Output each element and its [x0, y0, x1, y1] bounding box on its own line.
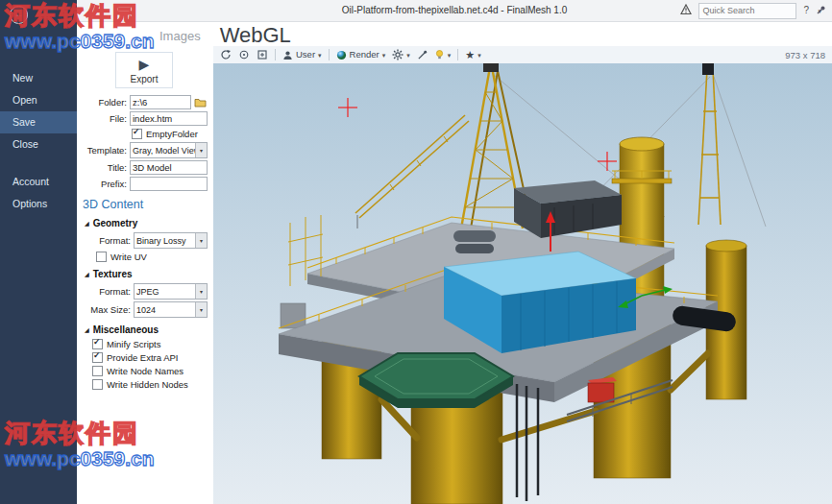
node-names-label: Write Node Names — [107, 366, 184, 376]
file-input[interactable] — [130, 111, 208, 126]
title-bar: Oil-Platform-from-thepixellab.net.c4d - … — [77, 0, 832, 22]
emptyfolder-checkbox[interactable] — [132, 129, 142, 139]
help-icon[interactable]: ? — [803, 6, 809, 15]
geometry-format-value: Binary Lossy — [135, 236, 195, 246]
maxsize-label: Max Size: — [86, 304, 131, 315]
textures-format-label: Format: — [86, 286, 131, 297]
minify-scripts-checkbox[interactable] — [92, 339, 103, 349]
geometry-format-select[interactable]: Binary Lossy ▾ — [134, 232, 208, 249]
emptyfolder-row: EmptyFolder — [132, 129, 208, 139]
back-arrow-icon: ← — [14, 9, 24, 19]
hidden-nodes-label: Write Hidden Nodes — [107, 379, 188, 390]
chevron-down-icon[interactable]: ▾ — [195, 143, 207, 157]
chevron-down-icon: ▾ — [477, 52, 481, 59]
section-miscellaneous[interactable]: ◢ Miscellaneous — [85, 324, 208, 335]
export-button[interactable]: ▶ Export — [115, 52, 173, 88]
title-label: Title: — [83, 162, 127, 173]
favorites-menu-button[interactable]: ★ ▾ — [465, 50, 480, 60]
chevron-down-icon: ▾ — [406, 52, 410, 59]
pin-icon[interactable] — [816, 2, 826, 19]
picker-button[interactable] — [417, 50, 428, 60]
user-menu-button[interactable]: User ▾ — [282, 50, 322, 60]
textures-format-select[interactable]: JPEG ▾ — [134, 283, 208, 300]
orbit-button[interactable] — [220, 49, 232, 60]
chevron-down-icon[interactable]: ▾ — [195, 284, 207, 299]
fit-view-button[interactable] — [257, 49, 268, 60]
prefix-input[interactable] — [130, 177, 208, 191]
template-select[interactable]: Gray, Model Views ▾ — [130, 142, 208, 158]
extra-api-checkbox[interactable] — [92, 352, 103, 363]
tab-images[interactable]: Images — [159, 29, 201, 46]
chevron-down-icon: ▾ — [448, 52, 452, 59]
render-menu-label: Render — [350, 50, 379, 60]
tab-webgl[interactable]: WebGL — [220, 25, 291, 46]
orbit-icon — [220, 49, 232, 60]
gear-icon — [392, 49, 404, 60]
template-label: Template: — [83, 145, 127, 156]
sidebar-item-save[interactable]: Save — [0, 111, 77, 133]
collapse-triangle-icon: ◢ — [85, 271, 89, 277]
geometry-heading: Geometry — [93, 218, 138, 228]
viewport-size-label: 973 x 718 — [785, 50, 825, 60]
collapse-triangle-icon: ◢ — [85, 326, 89, 333]
webgl-export-panel: ▶ Export Folder: File: EmptyFolder Templ… — [77, 46, 213, 504]
geometry-format-row: Format: Binary Lossy ▾ — [86, 232, 208, 249]
section-geometry[interactable]: ◢ Geometry — [85, 218, 208, 228]
sidebar-item-new[interactable]: New — [0, 67, 77, 89]
folder-input[interactable] — [130, 95, 191, 109]
maxsize-value: 1024 — [135, 305, 195, 315]
sidebar-item-options[interactable]: Options — [0, 193, 77, 215]
update-alert-icon[interactable] — [680, 2, 692, 19]
textures-format-value: JPEG — [135, 287, 195, 297]
maxsize-select[interactable]: 1024 ▾ — [134, 301, 208, 318]
backstage-sidebar: ← New Open Save Close Account Options — [0, 0, 77, 504]
write-uv-row: Write UV — [96, 252, 208, 262]
preview-viewport: User ▾ Render ▾ ▾ ▾ ★ ▾ — [213, 46, 832, 504]
format-tabs: Images WebGL — [77, 21, 832, 46]
extra-api-label: Provide Extra API — [107, 352, 178, 363]
chevron-down-icon: ▾ — [318, 52, 322, 59]
quick-search-input[interactable] — [699, 6, 818, 15]
zoom-target-button[interactable] — [238, 49, 250, 60]
settings-menu-button[interactable]: ▾ — [392, 49, 410, 60]
prefix-label: Prefix: — [83, 179, 127, 189]
node-names-checkbox[interactable] — [92, 366, 103, 376]
target-icon — [238, 49, 250, 60]
browse-folder-button[interactable] — [193, 95, 208, 109]
render-menu-button[interactable]: Render ▾ — [336, 50, 386, 60]
miscellaneous-heading: Miscellaneous — [93, 324, 159, 335]
template-row: Template: Gray, Model Views ▾ — [83, 142, 208, 158]
sidebar-menu: New Open Save Close Account Options — [0, 67, 77, 215]
node-names-row: Write Node Names — [92, 366, 208, 376]
star-icon: ★ — [465, 50, 475, 60]
folder-label: Folder: — [83, 97, 127, 108]
sidebar-item-account[interactable]: Account — [0, 171, 77, 193]
prefix-row: Prefix: — [83, 177, 208, 191]
section-textures[interactable]: ◢ Textures — [85, 269, 208, 279]
oil-platform-3d-view[interactable] — [213, 63, 832, 504]
picker-icon — [417, 50, 428, 60]
sidebar-item-close[interactable]: Close — [0, 133, 77, 156]
chevron-down-icon: ▾ — [382, 52, 386, 59]
frame-icon — [257, 49, 268, 60]
emptyfolder-label: EmptyFolder — [146, 129, 198, 139]
chevron-down-icon[interactable]: ▾ — [195, 233, 207, 248]
play-icon: ▶ — [116, 58, 172, 71]
scene-3d-area — [213, 63, 832, 504]
light-menu-button[interactable]: ▾ — [434, 49, 452, 60]
textures-heading: Textures — [93, 269, 133, 279]
folder-icon — [194, 97, 207, 108]
back-button[interactable]: ← — [10, 6, 28, 24]
red-equipment — [588, 377, 617, 402]
hidden-nodes-checkbox[interactable] — [92, 379, 103, 390]
toolbar-separator — [329, 49, 330, 60]
viewport-toolbar: User ▾ Render ▾ ▾ ▾ ★ ▾ — [213, 46, 832, 64]
toolbar-separator — [275, 49, 276, 60]
extra-api-row: Provide Extra API — [92, 352, 208, 363]
write-uv-checkbox[interactable] — [96, 252, 107, 262]
geometry-format-label: Format: — [86, 235, 131, 246]
sidebar-item-open[interactable]: Open — [0, 89, 77, 111]
textures-format-row: Format: JPEG ▾ — [86, 283, 208, 300]
chevron-down-icon[interactable]: ▾ — [195, 302, 207, 317]
title-input[interactable] — [130, 160, 208, 175]
